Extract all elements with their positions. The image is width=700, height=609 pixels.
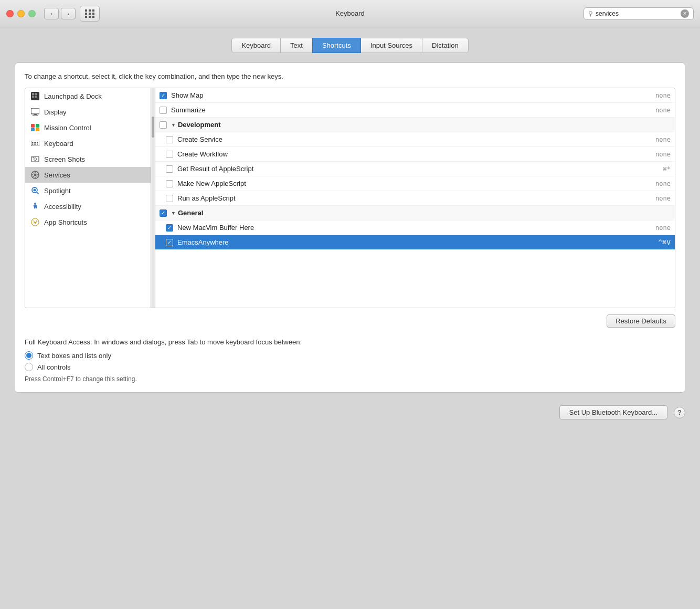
checkbox-create-workflow[interactable] bbox=[166, 151, 173, 158]
checkbox-show-map[interactable] bbox=[160, 92, 167, 99]
svg-rect-5 bbox=[31, 108, 39, 114]
svg-rect-9 bbox=[36, 124, 39, 128]
forward-button[interactable]: › bbox=[61, 8, 76, 19]
checkbox-summarize[interactable] bbox=[160, 107, 167, 114]
services-icon bbox=[30, 170, 40, 180]
svg-rect-12 bbox=[31, 141, 39, 146]
shortcut-row-emacs[interactable]: EmacsAnywhere ^⌘V bbox=[155, 235, 675, 250]
sidebar-item-display[interactable]: Display bbox=[25, 104, 151, 120]
shortcut-name-make-new: Make New AppleScript bbox=[177, 180, 655, 187]
shortcut-row-make-new[interactable]: Make New AppleScript none bbox=[155, 176, 675, 191]
checkbox-make-new[interactable] bbox=[166, 180, 173, 187]
bottom-bar: Set Up Bluetooth Keyboard... ? bbox=[15, 405, 685, 419]
keyboard-icon bbox=[30, 139, 40, 148]
shortcut-row-macvim[interactable]: New MacVim Buffer Here none bbox=[155, 220, 675, 235]
restore-defaults-button[interactable]: Restore Defaults bbox=[607, 314, 675, 328]
shortcut-row-create-workflow[interactable]: Create Workflow none bbox=[155, 147, 675, 162]
shortcut-name-show-map: Show Map bbox=[171, 91, 655, 99]
checkbox-emacs[interactable] bbox=[166, 239, 173, 246]
svg-point-21 bbox=[34, 158, 37, 161]
minimize-button[interactable] bbox=[17, 10, 25, 17]
tab-text[interactable]: Text bbox=[280, 38, 313, 53]
grid-icon bbox=[85, 9, 95, 18]
sidebar-label-spotlight: Spotlight bbox=[44, 187, 71, 195]
shortcut-row-general[interactable]: ▼ General bbox=[155, 206, 675, 220]
radio-all-controls[interactable]: All controls bbox=[25, 363, 675, 371]
sidebar-label-services: Services bbox=[44, 171, 70, 179]
radio-text-boxes[interactable]: Text boxes and lists only bbox=[25, 351, 675, 360]
svg-rect-1 bbox=[32, 93, 34, 95]
setup-bluetooth-button[interactable]: Set Up Bluetooth Keyboard... bbox=[559, 405, 667, 419]
sidebar-item-mission-control[interactable]: Mission Control bbox=[25, 120, 151, 135]
checkbox-general[interactable] bbox=[160, 209, 167, 217]
shortcut-name-get-result: Get Result of AppleScript bbox=[177, 165, 663, 173]
sidebar-item-accessibility[interactable]: Accessibility bbox=[25, 198, 151, 214]
sidebar-item-app-shortcuts[interactable]: App Shortcuts bbox=[25, 214, 151, 230]
radio-label-all-controls: All controls bbox=[37, 363, 71, 371]
tab-input-sources[interactable]: Input Sources bbox=[360, 38, 422, 53]
shortcut-row-create-service[interactable]: Create Service none bbox=[155, 132, 675, 147]
help-button[interactable]: ? bbox=[674, 407, 685, 418]
shortcut-key-emacs: ^⌘V bbox=[659, 238, 671, 246]
checkbox-get-result[interactable] bbox=[166, 165, 173, 173]
tab-shortcuts[interactable]: Shortcuts bbox=[312, 38, 361, 53]
shortcut-name-summarize: Summarize bbox=[171, 106, 655, 114]
sidebar-item-screenshots[interactable]: Screen Shots bbox=[25, 151, 151, 167]
close-button[interactable] bbox=[6, 10, 14, 17]
screenshots-icon bbox=[30, 154, 40, 164]
shortcut-key-summarize: none bbox=[655, 107, 671, 114]
sidebar-item-keyboard[interactable]: Keyboard bbox=[25, 135, 151, 151]
sidebar-item-spotlight[interactable]: Spotlight bbox=[25, 183, 151, 198]
svg-rect-14 bbox=[34, 142, 35, 143]
titlebar: ‹ › Keyboard ⚲ ✕ bbox=[0, 0, 700, 27]
shortcut-name-run-as: Run as AppleScript bbox=[177, 194, 655, 202]
fka-section: Full Keyboard Access: In windows and dia… bbox=[25, 338, 675, 383]
panel-body: Launchpad & Dock Display Mission Control bbox=[25, 88, 675, 308]
checkbox-development[interactable] bbox=[160, 121, 167, 129]
tab-dictation[interactable]: Dictation bbox=[422, 38, 469, 53]
sidebar-item-services[interactable]: Services bbox=[25, 167, 151, 183]
svg-rect-15 bbox=[35, 142, 36, 143]
tab-keyboard[interactable]: Keyboard bbox=[231, 38, 281, 53]
display-icon bbox=[30, 107, 40, 117]
checkbox-create-service[interactable] bbox=[166, 136, 173, 143]
shortcut-row-run-as[interactable]: Run as AppleScript none bbox=[155, 191, 675, 206]
checkbox-run-as[interactable] bbox=[166, 195, 173, 202]
shortcut-name-development: Development bbox=[178, 121, 671, 129]
sidebar-label-keyboard: Keyboard bbox=[44, 140, 73, 148]
search-clear-button[interactable]: ✕ bbox=[681, 9, 689, 18]
svg-rect-13 bbox=[32, 142, 33, 143]
grid-button[interactable] bbox=[80, 6, 100, 22]
maximize-button[interactable] bbox=[28, 10, 36, 17]
search-input[interactable] bbox=[596, 10, 678, 17]
shortcut-name-create-workflow: Create Workflow bbox=[177, 150, 655, 158]
shortcut-row-summarize[interactable]: Summarize none bbox=[155, 103, 675, 118]
instruction-text: To change a shortcut, select it, click t… bbox=[25, 72, 675, 80]
shortcut-row-development[interactable]: ▼ Development bbox=[155, 118, 675, 132]
radio-button-text-boxes[interactable] bbox=[25, 351, 33, 360]
shortcut-row-show-map[interactable]: Show Map none bbox=[155, 88, 675, 103]
radio-button-all-controls[interactable] bbox=[25, 363, 33, 371]
disclosure-general[interactable]: ▼ bbox=[171, 211, 176, 216]
shortcut-row-get-result[interactable]: Get Result of AppleScript ⌘* bbox=[155, 162, 675, 176]
back-button[interactable]: ‹ bbox=[44, 8, 59, 19]
shortcut-key-get-result: ⌘* bbox=[663, 165, 671, 173]
svg-rect-7 bbox=[33, 115, 38, 116]
sidebar-label-mission-control: Mission Control bbox=[44, 124, 91, 132]
svg-rect-16 bbox=[37, 142, 38, 143]
shortcut-name-general: General bbox=[178, 209, 671, 217]
shortcut-key-run-as: none bbox=[655, 195, 671, 202]
shortcut-key-create-workflow: none bbox=[655, 151, 671, 158]
spotlight-icon bbox=[30, 186, 40, 195]
checkbox-macvim[interactable] bbox=[166, 224, 173, 232]
scroll-thumb[interactable] bbox=[152, 117, 154, 138]
svg-rect-19 bbox=[37, 144, 38, 145]
content-panel: To change a shortcut, select it, click t… bbox=[15, 62, 685, 393]
shortcut-name-macvim: New MacVim Buffer Here bbox=[177, 224, 655, 232]
svg-rect-22 bbox=[33, 158, 34, 159]
sidebar-item-launchpad[interactable]: Launchpad & Dock bbox=[25, 88, 151, 104]
svg-rect-20 bbox=[31, 156, 39, 162]
disclosure-development[interactable]: ▼ bbox=[171, 122, 176, 128]
svg-rect-2 bbox=[35, 93, 37, 95]
svg-point-24 bbox=[34, 174, 37, 176]
